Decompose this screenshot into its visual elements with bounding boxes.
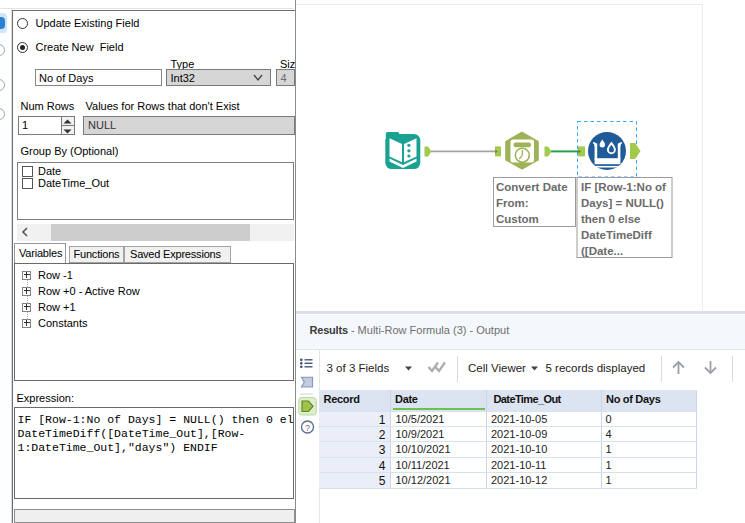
- svg-text:?: ?: [305, 422, 310, 432]
